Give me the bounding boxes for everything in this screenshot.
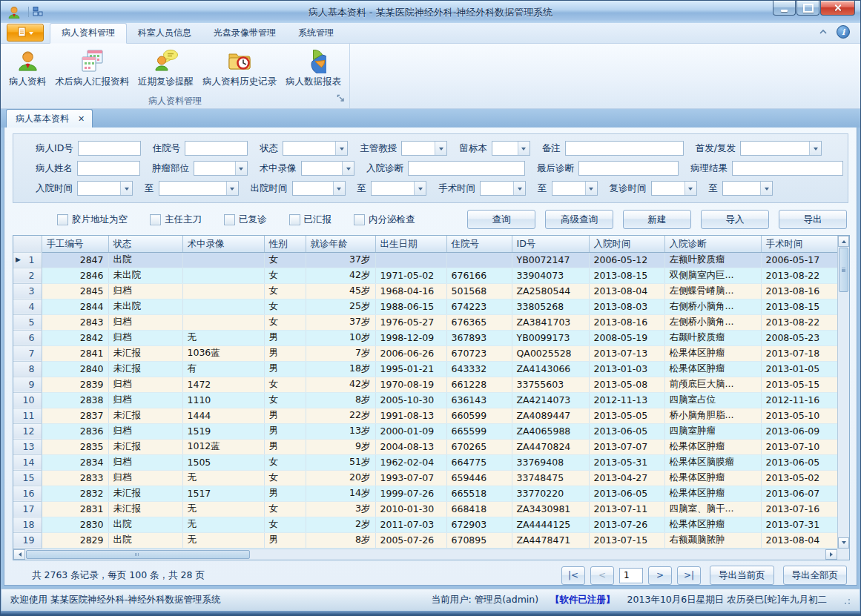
grid-column-header[interactable]: 术中录像 bbox=[182, 236, 264, 252]
ribbon-tab-3[interactable]: 光盘录像带管理 bbox=[202, 24, 287, 43]
filter-combo-r3-8[interactable] bbox=[722, 181, 773, 196]
grid-column-header[interactable]: 入院时间 bbox=[589, 236, 664, 252]
tab-close-icon[interactable]: ✕ bbox=[78, 115, 85, 123]
table-row[interactable]: 142834归档1505女51岁1962-02-0466477533769408… bbox=[13, 454, 837, 470]
filter-input-r1-1[interactable] bbox=[78, 141, 141, 156]
table-row[interactable]: 62842归档无男10岁1998-12-09367893YB0099173200… bbox=[13, 330, 837, 345]
page-number-input[interactable] bbox=[619, 568, 643, 583]
table-row[interactable]: ▶12847出院女37岁YB00721472006-05-12左额叶胶质瘤200… bbox=[13, 252, 837, 268]
pager-last-button[interactable]: >| bbox=[677, 566, 701, 585]
table-row[interactable]: 72841未汇报1036蓝男7岁2006-06-26670723QA002552… bbox=[13, 345, 837, 361]
filter-combo-r1-5[interactable] bbox=[492, 141, 530, 156]
table-row[interactable]: 182830出院无女2岁2011-07-03672903ZA4444125201… bbox=[13, 517, 837, 532]
table-row[interactable]: 32845归档女45岁1968-04-16501568ZA25805442013… bbox=[13, 283, 837, 299]
close-button[interactable] bbox=[820, 1, 855, 16]
scroll-up-icon[interactable] bbox=[838, 236, 849, 247]
advanced-query-button[interactable]: 高级查询 bbox=[545, 210, 613, 229]
grid-column-header[interactable]: 状态 bbox=[108, 236, 182, 252]
horizontal-scrollbar[interactable] bbox=[13, 549, 837, 560]
pager-next-button[interactable]: > bbox=[648, 566, 672, 585]
vertical-scroll-thumb[interactable] bbox=[839, 248, 848, 292]
filter-combo-r3-3[interactable] bbox=[292, 181, 346, 196]
scroll-left-icon[interactable] bbox=[13, 549, 25, 560]
ribbon-button-patient-info[interactable]: 病人资料 bbox=[4, 46, 50, 95]
quick-access-layout-icon[interactable] bbox=[33, 7, 43, 19]
query-button[interactable]: 查询 bbox=[467, 210, 535, 229]
resize-grip[interactable] bbox=[842, 596, 851, 605]
filter-combo-r1-3[interactable] bbox=[283, 141, 348, 156]
table-row[interactable]: 152833归档无女20岁1993-07-0765944633748475201… bbox=[13, 470, 837, 486]
create-button[interactable]: 新建 bbox=[623, 210, 691, 229]
export-current-page-button[interactable]: 导出当前页 bbox=[710, 566, 774, 585]
scroll-corner bbox=[837, 549, 849, 560]
horizontal-scroll-thumb[interactable] bbox=[26, 550, 250, 559]
minimize-button[interactable] bbox=[773, 1, 796, 16]
table-row[interactable]: 22846未出院女42岁1971-05-02676166339040732013… bbox=[13, 268, 837, 283]
table-row[interactable]: 42844未出院女25岁1988-06-15674223338052682013… bbox=[13, 299, 837, 314]
export-all-pages-button[interactable]: 导出全部页 bbox=[783, 566, 848, 585]
info-icon[interactable] bbox=[837, 25, 850, 39]
grid-column-header[interactable]: 性别 bbox=[264, 236, 306, 252]
grid-column-header[interactable]: ID号 bbox=[512, 236, 589, 252]
filter-input-r2-4[interactable] bbox=[408, 161, 525, 176]
filter-combo-r3-2[interactable] bbox=[159, 181, 239, 196]
table-row[interactable]: 102838归档1110女8岁2005-10-30636143ZA4214073… bbox=[13, 392, 837, 408]
grid-column-header[interactable]: 入院诊断 bbox=[664, 236, 761, 252]
checkbox-film-address-empty[interactable]: 胶片地址为空 bbox=[57, 213, 128, 226]
ribbon-collapse-icon[interactable] bbox=[819, 27, 828, 37]
ribbon-tab-1[interactable]: 病人资料管理 bbox=[50, 23, 127, 44]
vertical-scrollbar[interactable] bbox=[837, 236, 849, 549]
filter-combo-r2-3[interactable] bbox=[301, 161, 355, 176]
table-row[interactable]: 112837未汇报1444男22岁1991-08-13660599ZA40894… bbox=[13, 408, 837, 423]
app-icon[interactable] bbox=[7, 5, 22, 20]
filter-combo-r1-7[interactable] bbox=[740, 141, 822, 156]
ribbon-tab-strip: 病人资料管理科室人员信息光盘录像带管理系统管理 bbox=[1, 23, 860, 44]
table-row[interactable]: 82840未汇报有男18岁1995-01-21643332ZA414306620… bbox=[13, 361, 837, 377]
filter-combo-r2-2[interactable] bbox=[194, 161, 248, 176]
scroll-down-icon[interactable] bbox=[838, 537, 849, 549]
grid-column-header[interactable]: 出生日期 bbox=[375, 236, 446, 252]
filter-input-r2-5[interactable] bbox=[578, 161, 679, 176]
table-row[interactable]: 122836归档1519男13岁2000-01-09665599ZA406598… bbox=[13, 423, 837, 439]
filter-combo-r1-4[interactable] bbox=[401, 141, 447, 156]
application-menu-button[interactable] bbox=[7, 24, 44, 42]
filter-input-r2-1[interactable] bbox=[77, 161, 140, 176]
ribbon-button-history-record[interactable]: 病人资料历史记录 bbox=[198, 46, 281, 95]
export-button[interactable]: 导出 bbox=[779, 210, 847, 229]
table-row[interactable]: 162832未汇报1517男14岁1999-07-266655183377022… bbox=[13, 486, 837, 501]
filter-input-r1-2[interactable] bbox=[185, 141, 248, 156]
grid-column-header[interactable]: 就诊年龄 bbox=[306, 236, 375, 252]
ribbon-button-revisit-reminder[interactable]: 近期复诊提醒 bbox=[133, 46, 198, 95]
pager-first-button[interactable]: |< bbox=[561, 566, 585, 585]
checkbox-chief-surgeon[interactable]: 主任主刀 bbox=[150, 213, 202, 226]
table-row[interactable]: 192829出院无男8岁2005-07-26670895ZA4478471201… bbox=[13, 532, 837, 548]
ribbon-button-postop-report[interactable]: 术后病人汇报资料 bbox=[50, 46, 133, 95]
filter-combo-r3-7[interactable] bbox=[651, 181, 697, 196]
doc-tab-patient-basic-info[interactable]: 病人基本资料 ✕ bbox=[6, 109, 93, 127]
scroll-right-icon[interactable] bbox=[825, 549, 837, 560]
filter-combo-r3-6[interactable] bbox=[552, 181, 598, 196]
filter-input-r2-6[interactable] bbox=[732, 161, 843, 176]
maximize-button[interactable] bbox=[796, 1, 819, 16]
checkbox-reported[interactable]: 已汇报 bbox=[289, 213, 332, 226]
checkbox-revisited[interactable]: 已复诊 bbox=[224, 213, 267, 226]
table-row[interactable]: 92839归档1472女42岁1970-08-19661228337556032… bbox=[13, 377, 837, 392]
filter-input-r1-6[interactable] bbox=[565, 141, 684, 156]
ribbon-tab-4[interactable]: 系统管理 bbox=[287, 24, 345, 43]
table-row[interactable]: 172831未汇报无女3岁2010-01-30668418ZA343098120… bbox=[13, 501, 837, 517]
pager-prev-button[interactable]: < bbox=[590, 566, 614, 585]
ribbon-tab-2[interactable]: 科室人员信息 bbox=[127, 24, 202, 43]
grid-column-header[interactable]: 住院号 bbox=[446, 236, 512, 252]
registration-link[interactable]: 【软件已注册】 bbox=[550, 594, 616, 606]
table-row[interactable]: 52843归档女37岁1976-05-27676365ZA38417032013… bbox=[13, 314, 837, 330]
import-button[interactable]: 导入 bbox=[701, 210, 769, 229]
filter-combo-r3-4[interactable] bbox=[371, 181, 426, 196]
checkbox-endocrine-exam[interactable]: 内分泌检查 bbox=[354, 213, 415, 226]
table-row[interactable]: 132835未汇报1012蓝男9岁2004-08-13670265ZA44708… bbox=[13, 439, 837, 454]
ribbon-button-data-report[interactable]: 病人数据报表 bbox=[281, 46, 346, 95]
grid-column-header[interactable]: 手工编号 bbox=[42, 236, 108, 252]
grid-column-header[interactable]: 手术时间 bbox=[761, 236, 837, 252]
filter-combo-r3-1[interactable] bbox=[77, 181, 133, 196]
dialog-launcher-icon[interactable] bbox=[337, 93, 345, 106]
filter-combo-r3-5[interactable] bbox=[480, 181, 526, 196]
